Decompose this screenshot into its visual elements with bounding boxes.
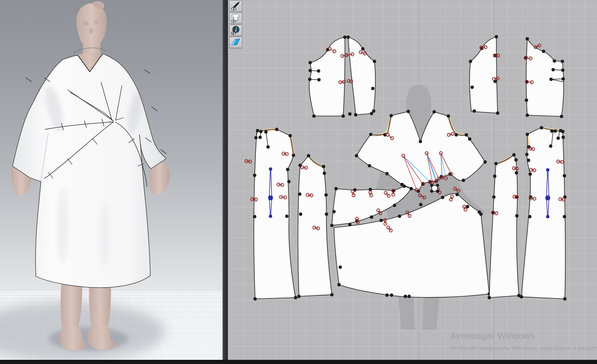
- pattern-point[interactable]: [515, 171, 518, 174]
- pattern-point[interactable]: [253, 174, 256, 177]
- pattern-point[interactable]: [525, 99, 528, 102]
- pattern-point[interactable]: [353, 188, 357, 192]
- pattern-point[interactable]: [332, 210, 336, 213]
- pattern-point[interactable]: [334, 187, 338, 190]
- pattern-point[interactable]: [390, 114, 393, 117]
- pattern-point[interactable]: [479, 212, 483, 216]
- pattern-point[interactable]: [515, 214, 519, 217]
- pattern-point[interactable]: [275, 128, 278, 131]
- square-marker[interactable]: [430, 184, 439, 193]
- pattern-info-button[interactable]: [229, 25, 242, 36]
- marker-corner[interactable]: [430, 190, 433, 193]
- pattern-point[interactable]: [525, 153, 529, 156]
- pattern-point[interactable]: [342, 114, 345, 118]
- pattern-point[interactable]: [325, 212, 328, 216]
- pattern-point[interactable]: [528, 215, 531, 218]
- pattern-point[interactable]: [390, 293, 393, 297]
- pattern-point[interactable]: [307, 154, 310, 157]
- viewport-divider[interactable]: [223, 0, 228, 364]
- pattern-point[interactable]: [550, 129, 554, 133]
- pattern-point[interactable]: [373, 60, 376, 63]
- pattern-point[interactable]: [492, 195, 496, 199]
- marker-corner[interactable]: [436, 190, 439, 193]
- pattern-point[interactable]: [549, 78, 553, 81]
- pattern-point[interactable]: [561, 60, 564, 63]
- pattern-point[interactable]: [254, 136, 258, 139]
- pattern-point[interactable]: [286, 168, 289, 171]
- pattern-point[interactable]: [354, 113, 357, 116]
- pattern-point[interactable]: [473, 109, 476, 113]
- pattern-point[interactable]: [368, 164, 371, 167]
- pattern-point[interactable]: [441, 196, 444, 199]
- pattern-point[interactable]: [309, 61, 312, 64]
- pattern-point[interactable]: [560, 115, 563, 118]
- pattern-point[interactable]: [330, 224, 334, 227]
- pattern-point[interactable]: [348, 112, 352, 116]
- pattern-point[interactable]: [496, 111, 499, 115]
- pattern-point[interactable]: [317, 69, 320, 73]
- pattern-point[interactable]: [469, 60, 472, 63]
- fabric-piece-button[interactable]: [229, 37, 242, 48]
- pattern-point[interactable]: [526, 37, 529, 40]
- pattern-point[interactable]: [540, 126, 543, 129]
- pattern-point[interactable]: [393, 204, 396, 207]
- pattern-point[interactable]: [370, 112, 373, 115]
- show-seam-tool-button[interactable]: [229, 0, 242, 12]
- pattern-point[interactable]: [483, 160, 487, 164]
- marker-corner[interactable]: [436, 184, 439, 187]
- pattern-point[interactable]: [323, 172, 326, 175]
- pattern-point[interactable]: [407, 110, 410, 113]
- pattern-point[interactable]: [312, 114, 316, 118]
- pattern-canvas[interactable]: [228, 0, 597, 364]
- pattern-piece-sleeve-back-upper[interactable]: [308, 35, 347, 118]
- pattern-point[interactable]: [398, 215, 401, 218]
- pattern-point[interactable]: [385, 293, 389, 297]
- pattern-piece-sleeve-back-under[interactable]: [347, 35, 376, 116]
- pattern-point[interactable]: [455, 193, 459, 196]
- pattern-point[interactable]: [419, 140, 422, 143]
- pattern-point[interactable]: [562, 77, 565, 81]
- pattern-point[interactable]: [288, 134, 292, 137]
- pattern-point[interactable]: [493, 174, 496, 178]
- pattern-point[interactable]: [542, 50, 545, 53]
- pattern-point[interactable]: [298, 192, 301, 196]
- pattern-point[interactable]: [322, 165, 325, 168]
- pattern-piece-back-right-panel[interactable]: [520, 126, 567, 301]
- pattern-point[interactable]: [402, 185, 406, 188]
- pattern-point[interactable]: [294, 296, 297, 299]
- pattern-point[interactable]: [264, 130, 268, 134]
- pattern-point[interactable]: [466, 205, 469, 208]
- pattern-point[interactable]: [494, 162, 498, 165]
- pattern-point[interactable]: [419, 203, 422, 206]
- pattern-point[interactable]: [561, 130, 564, 133]
- pattern-point[interactable]: [347, 35, 350, 39]
- pattern-point[interactable]: [385, 172, 389, 175]
- pattern-point[interactable]: [337, 283, 341, 286]
- pattern-point[interactable]: [447, 114, 450, 118]
- show-garment-button[interactable]: [229, 13, 242, 24]
- pattern-point[interactable]: [309, 69, 312, 72]
- pattern-point[interactable]: [297, 295, 301, 298]
- pattern-point[interactable]: [258, 136, 262, 139]
- pattern-point[interactable]: [554, 129, 557, 133]
- pattern-point[interactable]: [551, 68, 555, 71]
- pattern-point[interactable]: [343, 35, 347, 39]
- pattern-point[interactable]: [285, 215, 288, 218]
- pattern-point[interactable]: [266, 145, 270, 149]
- pattern-point[interactable]: [471, 86, 474, 89]
- pattern-point[interactable]: [317, 78, 321, 81]
- pattern-point[interactable]: [468, 137, 471, 141]
- pattern-point[interactable]: [348, 223, 352, 226]
- pattern-point[interactable]: [520, 295, 523, 298]
- pattern-point[interactable]: [455, 133, 458, 136]
- pattern-point[interactable]: [292, 154, 295, 157]
- pattern-point[interactable]: [299, 212, 302, 216]
- dart-line[interactable]: [551, 79, 563, 79]
- pattern-point[interactable]: [563, 215, 566, 218]
- marker-corner[interactable]: [430, 184, 433, 187]
- pattern-point[interactable]: [410, 187, 413, 190]
- pattern-point[interactable]: [526, 133, 529, 136]
- pattern-point[interactable]: [287, 180, 291, 183]
- pattern-point[interactable]: [488, 296, 491, 299]
- viewport-2d-pattern[interactable]: Активация Windows Чтобы активировать Win…: [228, 0, 597, 364]
